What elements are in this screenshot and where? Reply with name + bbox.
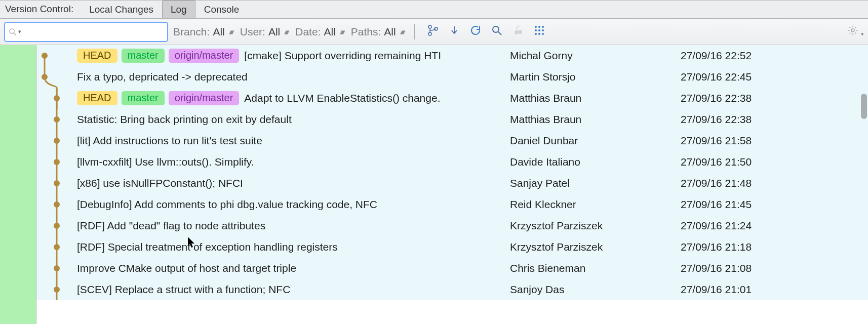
- filter-branch-value: All: [213, 26, 224, 38]
- branch-graph-icon[interactable]: [427, 24, 439, 39]
- svg-point-7: [515, 30, 519, 34]
- svg-point-8: [518, 30, 522, 34]
- svg-point-2: [428, 25, 431, 28]
- svg-point-15: [535, 33, 537, 35]
- svg-point-18: [851, 29, 854, 32]
- commit-date: 27/09/16 21:24: [681, 220, 752, 232]
- svg-point-9: [535, 26, 537, 28]
- commit-author: Krzysztof Parziszek: [510, 220, 603, 232]
- commit-author: Sanjoy Das: [510, 284, 564, 296]
- filter-user[interactable]: User: All ▴▾: [240, 26, 288, 38]
- svg-point-29: [54, 138, 60, 144]
- svg-point-37: [54, 223, 60, 229]
- find-icon[interactable]: [491, 24, 503, 39]
- commit-message: [SCEV] Replace a struct with a function;…: [77, 284, 290, 296]
- table-row[interactable]: Fix a typo, depricated -> deprecatedMart…: [36, 66, 868, 88]
- tab-log[interactable]: Log: [162, 1, 195, 18]
- log-area: llvmHEADmasterorigin/master[cmake] Suppo…: [0, 45, 868, 324]
- filter-user-label: User:: [240, 26, 265, 38]
- commit-message: [lit] Add instructions to run lit's test…: [77, 135, 262, 147]
- filter-paths-value: All: [384, 26, 396, 38]
- vcs-log-panel: Version Control: Local ChangesLogConsole…: [0, 0, 868, 324]
- svg-point-25: [54, 95, 60, 101]
- table-row[interactable]: llvmHEADmasterorigin/master[cmake] Suppo…: [36, 45, 868, 66]
- svg-point-31: [54, 159, 60, 165]
- ref-master: master: [122, 91, 165, 105]
- commit-message: [RDF] Special treatment of exception han…: [77, 241, 338, 253]
- commit-author: Sanjay Patel: [510, 177, 570, 189]
- commit-author: Davide Italiano: [510, 156, 580, 168]
- toolbar-separator: [414, 24, 415, 39]
- table-row[interactable]: [DebugInfo] Add comments to phi dbg.valu…: [36, 194, 868, 215]
- grid-icon[interactable]: [533, 24, 545, 39]
- table-row[interactable]: llvmStatistic: Bring back printing on ex…: [36, 109, 868, 130]
- commit-list[interactable]: llvmHEADmasterorigin/master[cmake] Suppo…: [36, 45, 868, 324]
- table-row[interactable]: clangHEADmasterorigin/masterAdapt to LLV…: [36, 88, 868, 109]
- gear-icon[interactable]: ▾: [847, 25, 864, 38]
- svg-point-33: [54, 180, 60, 186]
- ref-origin: origin/master: [169, 49, 240, 63]
- table-row[interactable]: [SCEV] Replace a struct with a function;…: [36, 279, 868, 300]
- svg-point-12: [535, 29, 537, 31]
- ref-master: master: [122, 49, 165, 63]
- commit-author: Reid Kleckner: [510, 198, 576, 211]
- log-toolbar: ▾ Branch: All ▴▾ User: All ▴▾ Date: All …: [0, 19, 868, 45]
- filter-paths[interactable]: Paths: All ▴▾: [351, 26, 403, 38]
- toolbar-icons: [427, 24, 545, 39]
- commit-date: 27/09/16 21:48: [681, 177, 752, 189]
- search-wrap[interactable]: ▾: [4, 22, 168, 42]
- commit-author: Daniel Dunbar: [510, 135, 578, 147]
- ref-origin: origin/master: [169, 91, 240, 105]
- commit-message: Statistic: Bring back printing on exit b…: [77, 113, 292, 126]
- filters: Branch: All ▴▾ User: All ▴▾ Date: All ▴▾…: [173, 24, 418, 39]
- svg-point-10: [538, 26, 540, 28]
- commit-author: Chris Bieneman: [510, 262, 585, 274]
- ref-head: HEAD: [77, 49, 117, 63]
- commit-message: [x86] use isNullFPConstant(); NFCI: [77, 177, 243, 189]
- tab-local-changes[interactable]: Local Changes: [81, 1, 162, 18]
- cherry-pick-icon[interactable]: [512, 24, 524, 39]
- commit-message: [RDF] Add "dead" flag to node attributes: [77, 220, 265, 232]
- filter-date[interactable]: Date: All ▴▾: [295, 26, 343, 38]
- graph-cell: [36, 279, 77, 300]
- commit-date: 27/09/16 21:08: [681, 262, 752, 274]
- table-row[interactable]: [x86] use isNullFPConstant(); NFCISanjay…: [36, 173, 868, 194]
- ref-group: HEADmasterorigin/master: [77, 91, 239, 105]
- svg-point-3: [428, 32, 431, 35]
- commit-message: [llvm-cxxfilt] Use llvm::outs(). Simplif…: [77, 156, 254, 168]
- graph-cell: [36, 173, 77, 194]
- commit-date: 27/09/16 21:45: [681, 198, 752, 211]
- table-row[interactable]: Improve CMake output of host and target …: [36, 258, 868, 279]
- svg-point-43: [54, 287, 60, 293]
- table-row[interactable]: [llvm-cxxfilt] Use llvm::outs(). Simplif…: [36, 151, 868, 173]
- filter-date-value: All: [324, 26, 335, 38]
- top-tabs: Version Control: Local ChangesLogConsole: [0, 1, 868, 19]
- graph-cell: [36, 194, 77, 215]
- commit-date: 27/09/16 22:52: [681, 50, 752, 62]
- commit-date: 27/09/16 21:58: [681, 135, 752, 147]
- graph-cell: [36, 258, 77, 279]
- graph-cell: [36, 215, 77, 236]
- graph-cell: [36, 45, 77, 66]
- graph-cell: [36, 236, 77, 258]
- commit-date: 27/09/16 22:38: [681, 113, 752, 126]
- ref-group: HEADmasterorigin/master: [77, 49, 239, 63]
- table-row[interactable]: [lit] Add instructions to run lit's test…: [36, 130, 868, 151]
- arrow-down-icon[interactable]: [448, 24, 460, 39]
- filter-branch[interactable]: Branch: All ▴▾: [173, 26, 232, 38]
- svg-point-27: [54, 116, 60, 123]
- commit-author: Martin Storsjo: [510, 71, 576, 83]
- table-row[interactable]: [RDF] Special treatment of exception han…: [36, 236, 868, 258]
- svg-point-22: [42, 74, 48, 80]
- tab-console[interactable]: Console: [195, 1, 248, 18]
- refresh-icon[interactable]: [469, 24, 482, 39]
- commit-date: 27/09/16 22:45: [681, 71, 752, 83]
- svg-point-0: [10, 29, 14, 33]
- search-input[interactable]: [24, 26, 164, 37]
- commit-author: Krzysztof Parziszek: [510, 241, 603, 253]
- scrollbar-thumb[interactable]: [861, 94, 867, 119]
- search-options-icon[interactable]: ▾: [18, 28, 21, 35]
- svg-point-39: [54, 244, 60, 250]
- table-row[interactable]: [RDF] Add "dead" flag to node attributes…: [36, 215, 868, 236]
- commit-author: Matthias Braun: [510, 92, 581, 104]
